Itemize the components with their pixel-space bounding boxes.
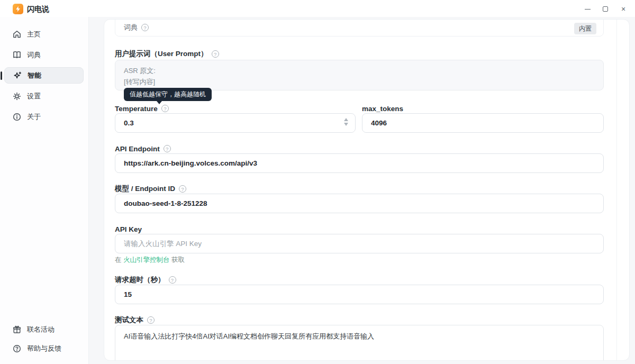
sidebar-item-label: 词典 bbox=[27, 50, 41, 60]
help-icon[interactable] bbox=[161, 105, 169, 112]
sidebar-item-help-feedback[interactable]: 帮助与反馈 bbox=[4, 341, 84, 357]
app-logo bbox=[13, 4, 23, 14]
test-text-textarea[interactable]: AI语音输入法比打字快4倍AI对话AI编程文档创作聊天回复所有应用都支持语音输入 bbox=[115, 325, 604, 361]
model-id-label-text: 模型 / Endpoint ID bbox=[115, 184, 175, 194]
tooltip-text: 值越低越保守，越高越随机 bbox=[130, 90, 206, 99]
settings-panel: 词典 内置 用户提示词（User Prompt） ASR 原文: [转写内容] … bbox=[104, 19, 630, 361]
close-button[interactable]: × bbox=[616, 2, 631, 16]
user-prompt-textarea[interactable]: ASR 原文: [转写内容] bbox=[115, 60, 604, 90]
scroll-gutter-divider bbox=[616, 20, 617, 361]
help-circle-icon bbox=[12, 344, 22, 353]
home-icon bbox=[12, 30, 22, 39]
dictionary-field-label-row: 词典 bbox=[124, 23, 149, 32]
sidebar-footer: 联名活动 帮助与反馈 bbox=[0, 322, 89, 364]
temperature-label: Temperature bbox=[115, 104, 169, 113]
dictionary-field-label: 词典 bbox=[124, 23, 138, 32]
test-text-value: AI语音输入法比打字快4倍AI对话AI编程文档创作聊天回复所有应用都支持语音输入 bbox=[124, 331, 595, 342]
timeout-label-text: 请求超时（秒） bbox=[115, 275, 165, 285]
sidebar-item-label: 联名活动 bbox=[27, 325, 55, 334]
stepper-up-icon[interactable] bbox=[344, 118, 348, 121]
timeout-input[interactable] bbox=[115, 285, 604, 304]
user-prompt-label-text: 用户提示词（User Prompt） bbox=[115, 49, 208, 59]
max-tokens-input[interactable] bbox=[362, 113, 604, 133]
user-prompt-label: 用户提示词（User Prompt） bbox=[115, 50, 219, 58]
help-icon[interactable] bbox=[212, 50, 219, 58]
sidebar: 主页 词典 智能 bbox=[0, 0, 89, 364]
help-icon[interactable] bbox=[164, 145, 171, 152]
user-prompt-line-1: ASR 原文: bbox=[124, 65, 595, 76]
sparkles-icon bbox=[13, 71, 22, 80]
active-indicator bbox=[1, 71, 2, 80]
sidebar-item-about[interactable]: 关于 bbox=[4, 108, 84, 125]
temperature-field-wrap bbox=[115, 113, 356, 133]
model-id-input[interactable] bbox=[115, 194, 604, 213]
minimize-button[interactable] bbox=[580, 2, 595, 16]
maximize-icon bbox=[603, 6, 608, 12]
hint-prefix: 在 bbox=[115, 256, 123, 263]
dictionary-field[interactable]: 词典 内置 bbox=[115, 19, 604, 37]
test-text-label: 测试文本 bbox=[115, 316, 155, 324]
volcengine-console-link[interactable]: 火山引擎控制台 bbox=[123, 256, 170, 263]
close-icon: × bbox=[621, 5, 625, 13]
builtin-badge[interactable]: 内置 bbox=[574, 23, 596, 34]
help-icon[interactable] bbox=[141, 24, 149, 31]
help-icon[interactable] bbox=[179, 185, 186, 193]
max-tokens-label-text: max_tokens bbox=[362, 105, 403, 113]
sidebar-item-home[interactable]: 主页 bbox=[4, 26, 84, 42]
app-title: 闪电说 bbox=[27, 5, 49, 14]
help-icon[interactable] bbox=[147, 316, 155, 324]
api-endpoint-label: API Endpoint bbox=[115, 144, 171, 153]
gear-icon bbox=[12, 92, 22, 101]
lightning-bolt-icon bbox=[14, 5, 22, 13]
sidebar-item-settings[interactable]: 设置 bbox=[4, 88, 84, 104]
window-controls: × bbox=[580, 2, 631, 16]
model-id-label: 模型 / Endpoint ID bbox=[115, 185, 186, 193]
max-tokens-label: max_tokens bbox=[362, 104, 403, 113]
api-key-label: API Key bbox=[115, 225, 142, 233]
book-icon bbox=[12, 50, 22, 60]
info-icon bbox=[12, 112, 22, 122]
hint-suffix: 获取 bbox=[169, 256, 184, 263]
api-key-hint: 在 火山引擎控制台 获取 bbox=[115, 256, 185, 265]
user-prompt-line-2: [转写内容] bbox=[124, 76, 595, 87]
sidebar-item-dictionary[interactable]: 词典 bbox=[4, 47, 84, 63]
sidebar-item-smart[interactable]: 智能 bbox=[4, 67, 84, 84]
sidebar-item-label: 主页 bbox=[27, 30, 41, 39]
maximize-button[interactable] bbox=[598, 2, 613, 16]
title-bar: 闪电说 × bbox=[0, 0, 635, 17]
help-icon[interactable] bbox=[169, 276, 176, 284]
api-key-label-text: API Key bbox=[115, 225, 142, 233]
stepper-down-icon[interactable] bbox=[344, 123, 348, 126]
api-key-input[interactable] bbox=[115, 234, 604, 253]
app-window: 闪电说 × 主页 词典 bbox=[0, 0, 635, 364]
api-endpoint-input[interactable] bbox=[115, 153, 604, 173]
timeout-label: 请求超时（秒） bbox=[115, 276, 176, 284]
temperature-input[interactable] bbox=[115, 113, 356, 133]
tooltip-arrow bbox=[157, 101, 162, 104]
temperature-label-text: Temperature bbox=[115, 105, 158, 113]
sidebar-item-label: 设置 bbox=[27, 92, 41, 101]
sidebar-item-label: 智能 bbox=[28, 71, 41, 80]
sidebar-item-co-branded-activity[interactable]: 联名活动 bbox=[4, 322, 84, 338]
gift-icon bbox=[12, 325, 22, 334]
sidebar-item-label: 帮助与反馈 bbox=[27, 344, 61, 353]
sidebar-item-label: 关于 bbox=[27, 112, 41, 122]
minimize-icon bbox=[585, 9, 591, 10]
api-endpoint-label-text: API Endpoint bbox=[115, 145, 160, 153]
number-stepper[interactable] bbox=[344, 118, 348, 126]
sidebar-nav: 主页 词典 智能 bbox=[0, 26, 89, 129]
temperature-tooltip: 值越低越保守，越高越随机 bbox=[124, 88, 212, 101]
test-text-label-text: 测试文本 bbox=[115, 315, 143, 325]
